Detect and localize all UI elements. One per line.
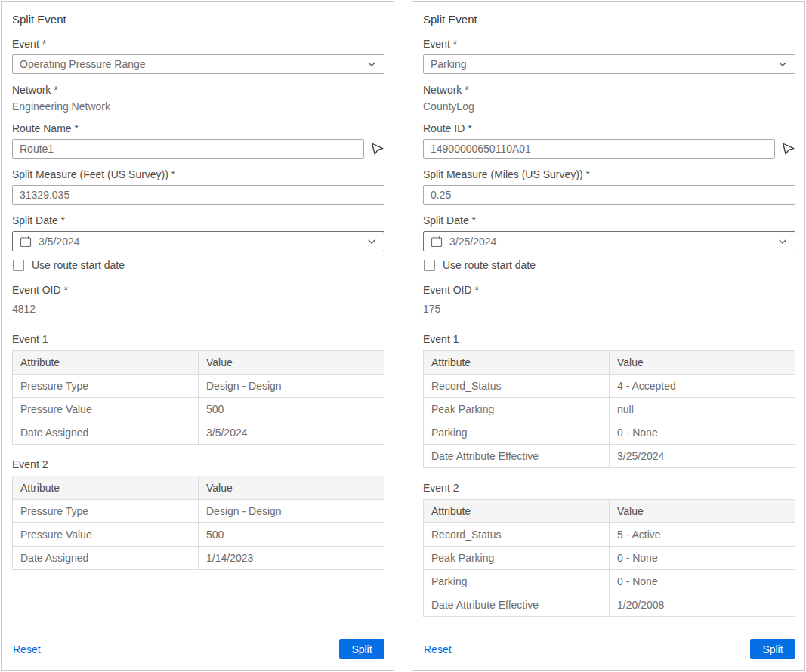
value-cell: 0 - None xyxy=(610,570,795,593)
table-row: Peak Parking null xyxy=(424,398,795,421)
event1-section-title: Event 1 xyxy=(423,333,795,345)
network-value: CountyLog xyxy=(423,100,795,113)
route-label: Route Name * xyxy=(12,122,384,134)
table-row: Record_Status 5 - Active xyxy=(424,523,795,547)
column-header-value: Value xyxy=(610,351,795,375)
split-button[interactable]: Split xyxy=(750,639,795,659)
value-cell: 500 xyxy=(199,398,384,421)
pick-on-map-arrow-icon[interactable] xyxy=(782,142,795,156)
event-oid-label: Event OID * xyxy=(12,284,384,296)
reset-link[interactable]: Reset xyxy=(13,643,41,655)
table-row: Parking 0 - None xyxy=(424,421,795,445)
use-route-start-date-checkbox[interactable] xyxy=(424,260,435,271)
split-date-picker[interactable]: 3/25/2024 xyxy=(423,231,795,251)
value-cell: 0 - None xyxy=(610,547,795,570)
table-row: Date Assigned 1/14/2023 xyxy=(13,547,384,570)
split-date-value: 3/5/2024 xyxy=(39,236,360,248)
network-field-group: Network * Engineering Network xyxy=(12,84,384,113)
chevron-down-icon xyxy=(366,59,377,69)
route-label: Route ID * xyxy=(423,122,795,134)
attribute-cell: Record_Status xyxy=(424,375,610,398)
network-value: Engineering Network xyxy=(12,100,384,113)
chevron-down-icon xyxy=(777,236,788,247)
value-cell: 1/14/2023 xyxy=(199,547,384,570)
column-header-value: Value xyxy=(199,351,384,375)
table-row: Parking 0 - None xyxy=(424,570,795,593)
value-cell: 500 xyxy=(199,523,384,547)
event1-section-title: Event 1 xyxy=(12,333,384,345)
attribute-cell: Date Assigned xyxy=(13,421,199,445)
table-row: Pressure Value 500 xyxy=(13,523,384,547)
event-oid-value: 175 xyxy=(423,303,795,315)
event-select-value: Operating Pressure Range xyxy=(20,58,146,70)
use-route-start-date-row: Use route start date xyxy=(13,259,384,271)
event-oid-group: Event OID * 175 xyxy=(423,284,795,315)
event-select[interactable]: Parking xyxy=(423,54,795,74)
value-cell: 1/20/2008 xyxy=(610,593,795,617)
split-button[interactable]: Split xyxy=(339,639,384,659)
split-date-label: Split Date * xyxy=(12,214,384,227)
use-route-start-date-label: Use route start date xyxy=(32,259,125,271)
table-row: Record_Status 4 - Accepted xyxy=(424,375,795,398)
split-measure-input[interactable] xyxy=(423,185,795,205)
table-row: Pressure Type Design - Design xyxy=(13,500,384,523)
split-event-panel-left: Split Event Event * Operating Pressure R… xyxy=(1,1,394,671)
attribute-cell: Pressure Type xyxy=(13,500,199,523)
attribute-cell: Date Attribute Effective xyxy=(424,445,610,468)
route-field-group: Route Name * xyxy=(12,122,384,159)
network-label: Network * xyxy=(423,84,795,96)
reset-link[interactable]: Reset xyxy=(424,643,452,655)
attribute-cell: Record_Status xyxy=(424,523,610,547)
measure-label: Split Measure (Miles (US Survey)) * xyxy=(423,168,795,180)
column-header-value: Value xyxy=(199,476,384,500)
event-field-group: Event * Operating Pressure Range xyxy=(12,38,384,74)
attribute-cell: Pressure Value xyxy=(13,523,199,547)
event-oid-value: 4812 xyxy=(12,303,384,315)
split-date-picker[interactable]: 3/5/2024 xyxy=(12,231,384,251)
table-header-row: Attribute Value xyxy=(13,476,384,500)
calendar-icon xyxy=(431,236,443,248)
panel-title: Split Event xyxy=(423,13,795,26)
value-cell: 3/5/2024 xyxy=(199,421,384,445)
split-measure-input[interactable] xyxy=(12,185,384,205)
panel-footer: Reset Split xyxy=(12,639,384,661)
table-row: Date Assigned 3/5/2024 xyxy=(13,421,384,445)
column-header-attribute: Attribute xyxy=(13,351,199,375)
column-header-attribute: Attribute xyxy=(424,500,610,523)
calendar-icon xyxy=(20,236,32,248)
attribute-cell: Date Attribute Effective xyxy=(424,593,610,617)
split-date-label: Split Date * xyxy=(423,214,795,227)
route-input[interactable] xyxy=(12,139,364,159)
use-route-start-date-label: Use route start date xyxy=(443,259,536,271)
split-date-value: 3/25/2024 xyxy=(449,236,770,248)
event-select-value: Parking xyxy=(431,58,466,70)
attribute-cell: Parking xyxy=(424,570,610,593)
measure-field-group: Split Measure (Miles (US Survey)) * xyxy=(423,168,795,205)
measure-field-group: Split Measure (Feet (US Survey)) * xyxy=(12,168,384,205)
value-cell: 3/25/2024 xyxy=(610,445,795,468)
column-header-value: Value xyxy=(610,500,795,523)
event-label: Event * xyxy=(12,38,384,50)
panel-footer: Reset Split xyxy=(423,639,795,661)
use-route-start-date-row: Use route start date xyxy=(424,259,795,271)
value-cell: Design - Design xyxy=(199,375,384,398)
table-header-row: Attribute Value xyxy=(424,351,795,375)
event2-attribute-table: Attribute Value Pressure Type Design - D… xyxy=(12,476,384,570)
value-cell: 4 - Accepted xyxy=(610,375,795,398)
event-select[interactable]: Operating Pressure Range xyxy=(12,54,384,74)
pick-on-map-arrow-icon[interactable] xyxy=(371,142,384,156)
network-label: Network * xyxy=(12,84,384,96)
table-row: Date Attribute Effective 1/20/2008 xyxy=(424,593,795,617)
network-field-group: Network * CountyLog xyxy=(423,84,795,113)
value-cell: Design - Design xyxy=(199,500,384,523)
chevron-down-icon xyxy=(777,59,788,69)
attribute-cell: Peak Parking xyxy=(424,547,610,570)
attribute-cell: Pressure Type xyxy=(13,375,199,398)
split-event-app: Split Event Event * Operating Pressure R… xyxy=(0,0,806,672)
route-input[interactable] xyxy=(423,139,775,159)
measure-label: Split Measure (Feet (US Survey)) * xyxy=(12,168,384,180)
event2-section-title: Event 2 xyxy=(423,482,795,494)
table-row: Date Attribute Effective 3/25/2024 xyxy=(424,445,795,468)
use-route-start-date-checkbox[interactable] xyxy=(13,260,24,271)
event-oid-label: Event OID * xyxy=(423,284,795,296)
